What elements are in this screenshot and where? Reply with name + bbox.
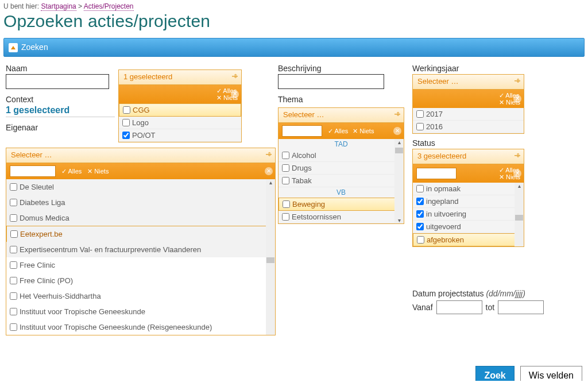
- date-from-input[interactable]: [436, 300, 482, 314]
- thema-ms-item[interactable]: Tabak: [278, 175, 404, 187]
- checkbox[interactable]: [10, 183, 17, 191]
- thema-ms-header[interactable]: Selecteer … ⇕: [278, 108, 404, 123]
- checkbox[interactable]: [10, 277, 17, 284]
- checkbox[interactable]: [10, 246, 17, 253]
- checkbox[interactable]: [416, 123, 424, 130]
- checkbox[interactable]: [416, 185, 424, 192]
- eigenaar-ms-item[interactable]: Instituut voor Tropische Geneeskunde (Re…: [6, 319, 275, 335]
- status-ms-toolbar: Alles Niets ✕: [413, 164, 524, 183]
- checkbox[interactable]: [10, 308, 17, 315]
- eigenaar-ms-item[interactable]: Free Clinic (PO): [6, 273, 275, 288]
- thema-ms-search[interactable]: [282, 125, 322, 137]
- scrollbar[interactable]: ▴: [514, 183, 524, 246]
- clear-button[interactable]: Wis velden: [520, 366, 582, 381]
- checkbox[interactable]: [416, 110, 424, 118]
- collapse-icon[interactable]: [9, 43, 18, 52]
- context-value[interactable]: 1 geselecteerd: [6, 105, 115, 117]
- eigenaar-ms-item[interactable]: Domus Medica: [6, 210, 275, 226]
- checkbox[interactable]: [10, 214, 17, 222]
- checkbox[interactable]: [416, 198, 424, 205]
- breadcrumb: U bent hier: Startpagina > Acties/Projec…: [3, 2, 585, 10]
- naam-ms-item[interactable]: CGG: [119, 103, 241, 117]
- eigenaar-ms-item[interactable]: Diabetes Liga: [6, 195, 275, 210]
- close-icon[interactable]: ✕: [393, 127, 401, 135]
- status-ms-item[interactable]: in uitvoering: [413, 208, 524, 221]
- checkbox[interactable]: [416, 223, 424, 230]
- scroll-up-icon[interactable]: ▴: [398, 139, 401, 145]
- naam-ms-list: CGG Logo PO/OT: [119, 103, 241, 142]
- thema-ms-item[interactable]: Eetstoornissen: [278, 211, 404, 223]
- thema-ms-all[interactable]: Alles: [328, 128, 348, 134]
- checkbox[interactable]: [10, 230, 18, 238]
- eigenaar-ms-none[interactable]: Niets: [87, 168, 109, 175]
- eigenaar-ms-item[interactable]: De Sleutel: [6, 179, 275, 195]
- list-item-label: afgebroken: [427, 236, 464, 244]
- list-item-label: in opmaak: [426, 184, 461, 193]
- close-icon[interactable]: ✕: [513, 95, 521, 103]
- scroll-down-icon[interactable]: ▾: [398, 217, 401, 223]
- close-icon[interactable]: ✕: [231, 90, 239, 98]
- list-item-label: Instituut voor Tropische Geneeskunde: [20, 307, 145, 316]
- eigenaar-ms-item[interactable]: Free Clinic: [6, 257, 275, 273]
- scrollbar[interactable]: ▴ ▾: [394, 139, 404, 223]
- scrollbar[interactable]: ▴: [266, 179, 275, 335]
- close-icon[interactable]: ✕: [513, 169, 521, 177]
- date-to-input[interactable]: [498, 300, 544, 314]
- naam-ms-checkbox[interactable]: [123, 106, 130, 114]
- checkbox[interactable]: [417, 236, 424, 244]
- thema-ms-item[interactable]: Drugs: [278, 162, 404, 175]
- naam-label: Naam: [6, 64, 115, 73]
- naam-ms-checkbox[interactable]: [122, 119, 130, 126]
- checkbox[interactable]: [283, 200, 290, 208]
- eigenaar-ms-item[interactable]: Het Veerhuis-Siddhartha: [6, 288, 275, 304]
- checkbox[interactable]: [10, 261, 17, 269]
- eigenaar-ms-all[interactable]: Alles: [61, 168, 82, 175]
- status-ms-item[interactable]: in opmaak: [413, 183, 524, 195]
- naam-input[interactable]: [6, 74, 109, 89]
- checkbox[interactable]: [10, 323, 17, 331]
- close-icon[interactable]: ✕: [265, 167, 273, 175]
- breadcrumb-current-link[interactable]: Acties/Projecten: [84, 2, 134, 11]
- werkingsjaar-ms-item[interactable]: 2016: [413, 121, 524, 133]
- status-ms-item[interactable]: ingepland: [413, 195, 524, 208]
- werkingsjaar-ms-item[interactable]: 2017: [413, 108, 524, 121]
- list-item-label: Alcohol: [292, 151, 316, 160]
- list-item-label: Eetstoornissen: [292, 213, 341, 221]
- eigenaar-ms-search[interactable]: [10, 165, 56, 177]
- status-ms-list: in opmaak ingepland in uitvoering uitgev…: [413, 183, 524, 246]
- eigenaar-ms-item[interactable]: Expertisecentrum Val- en fractuurprevent…: [6, 242, 275, 257]
- naam-ms-item[interactable]: Logo: [119, 117, 241, 129]
- naam-ms-header[interactable]: 1 geselecteerd ⇕: [119, 70, 241, 85]
- scroll-up-icon[interactable]: ▴: [518, 183, 521, 189]
- eigenaar-ms-item[interactable]: Eetexpert.be: [6, 226, 275, 242]
- list-item-label: Diabetes Liga: [20, 198, 65, 207]
- beschrijving-input[interactable]: [278, 74, 384, 89]
- checkbox[interactable]: [416, 210, 424, 218]
- status-ms-search[interactable]: [416, 168, 457, 179]
- eigenaar-ms-item[interactable]: Instituut voor Tropische Geneeskunde: [6, 304, 275, 319]
- werkingsjaar-ms-header[interactable]: Selecteer … ⇕: [413, 75, 524, 90]
- checkbox[interactable]: [282, 177, 289, 184]
- list-item-label: Drugs: [292, 164, 312, 172]
- naam-ms-item[interactable]: PO/OT: [119, 129, 241, 142]
- checkbox[interactable]: [282, 152, 289, 159]
- status-ms-item[interactable]: uitgevoerd: [413, 221, 524, 233]
- checkbox[interactable]: [10, 199, 17, 206]
- breadcrumb-home-link[interactable]: Startpagina: [41, 2, 76, 11]
- thema-ms-item[interactable]: Alcohol: [278, 149, 404, 162]
- naam-ms-checkbox[interactable]: [122, 132, 130, 139]
- search-panel-header[interactable]: Zoeken: [3, 38, 585, 57]
- status-ms-item[interactable]: afgebroken: [413, 233, 524, 246]
- checkbox[interactable]: [282, 164, 289, 172]
- thema-ms-none[interactable]: Niets: [353, 128, 374, 134]
- thema-group-tad: TAD: [278, 139, 404, 149]
- search-button[interactable]: Zoek: [475, 366, 514, 381]
- scroll-up-icon[interactable]: ▴: [269, 179, 272, 186]
- eigenaar-ms-header[interactable]: Selecteer … ⇕: [6, 148, 275, 163]
- checkbox[interactable]: [282, 213, 289, 221]
- naam-ms-item-label: Logo: [132, 118, 149, 127]
- checkbox[interactable]: [10, 292, 17, 300]
- status-ms-header[interactable]: 3 geselecteerd ⇕: [413, 149, 524, 164]
- tot-label: tot: [486, 303, 495, 312]
- thema-ms-item[interactable]: Beweging: [278, 198, 404, 211]
